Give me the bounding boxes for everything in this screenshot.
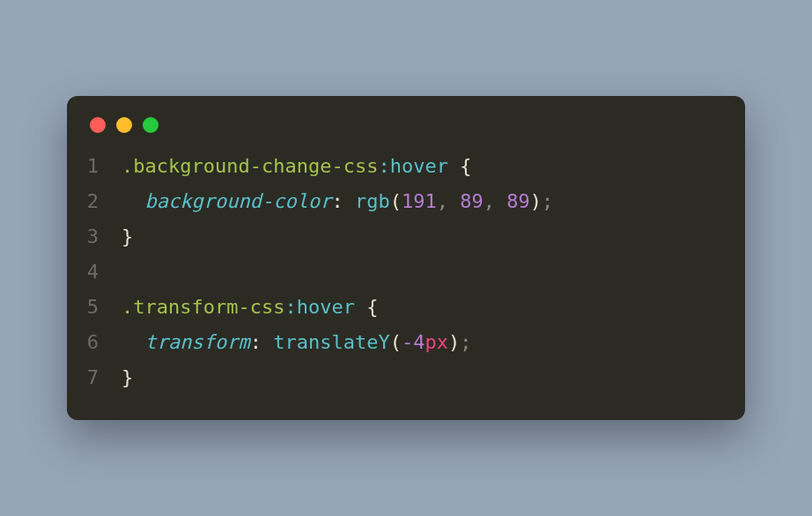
code-token: rgb	[355, 190, 390, 212]
code-content: .transform-css:hover {	[122, 290, 722, 325]
code-line: 4	[67, 254, 722, 290]
code-token: ,	[484, 190, 507, 212]
code-token: -4	[402, 331, 425, 353]
code-token: }	[122, 225, 133, 247]
code-line: 6 transform: translateY(-4px);	[67, 325, 722, 360]
code-token: ,	[437, 190, 461, 212]
code-token: :	[331, 190, 355, 212]
code-area[interactable]: 1.background-change-css:hover {2 backgro…	[67, 149, 745, 395]
code-line: 5.transform-css:hover {	[67, 290, 722, 325]
code-token: .transform-css	[122, 296, 284, 318]
code-token: (	[390, 190, 402, 212]
line-number: 3	[67, 219, 122, 254]
code-token: translateY	[273, 331, 389, 353]
close-icon[interactable]	[90, 117, 106, 133]
code-line: 1.background-change-css:hover {	[67, 149, 722, 184]
traffic-lights	[67, 117, 745, 149]
minimize-icon[interactable]	[116, 117, 132, 133]
code-token: {	[448, 155, 472, 177]
line-number: 4	[67, 254, 122, 290]
line-number: 6	[67, 325, 122, 360]
code-token: {	[355, 296, 379, 318]
code-token: }	[122, 366, 133, 388]
code-token: :hover	[378, 155, 447, 177]
line-number: 2	[67, 184, 122, 219]
code-line: 7}	[67, 360, 722, 395]
code-content: transform: translateY(-4px);	[122, 325, 722, 360]
code-window: 1.background-change-css:hover {2 backgro…	[67, 96, 745, 420]
code-token: )	[448, 331, 460, 353]
code-content: }	[122, 360, 722, 395]
code-content: }	[122, 219, 722, 254]
line-number: 1	[67, 149, 122, 184]
code-token: px	[424, 331, 448, 353]
code-token: 89	[506, 190, 530, 212]
code-token: :	[250, 331, 274, 353]
code-token: background-color	[145, 190, 332, 212]
code-line: 2 background-color: rgb(191, 89, 89);	[67, 184, 722, 219]
zoom-icon[interactable]	[143, 117, 159, 133]
code-line: 3}	[67, 219, 722, 254]
code-token: transform	[145, 331, 250, 353]
code-content	[122, 254, 722, 290]
code-token: (	[390, 331, 402, 353]
code-content: background-color: rgb(191, 89, 89);	[122, 184, 722, 219]
code-token	[122, 190, 145, 212]
code-token: ;	[460, 331, 471, 353]
code-content: .background-change-css:hover {	[122, 149, 722, 184]
code-token: 89	[460, 190, 484, 212]
line-number: 7	[67, 360, 122, 395]
code-token: .background-change-css	[122, 155, 378, 177]
code-token	[122, 331, 145, 353]
line-number: 5	[67, 290, 122, 325]
code-token: )	[530, 190, 542, 212]
code-token: 191	[402, 190, 437, 212]
code-token: :hover	[284, 296, 354, 318]
code-token: ;	[542, 190, 553, 212]
